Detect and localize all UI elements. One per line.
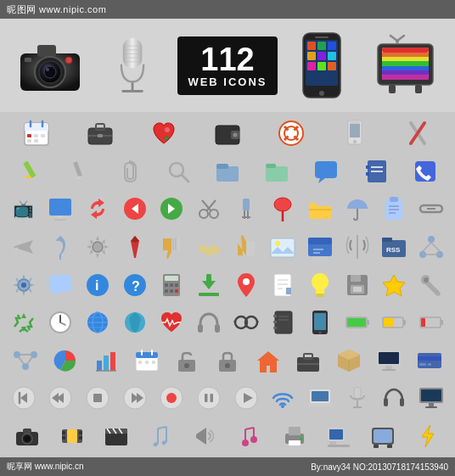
arrow-right-icon[interactable] [155, 193, 188, 225]
refresh-icon[interactable] [81, 193, 114, 225]
desktop-icon[interactable] [373, 344, 405, 377]
star-icon[interactable] [378, 269, 410, 301]
pin-icon[interactable] [267, 193, 299, 225]
globe-icon[interactable] [81, 306, 114, 339]
folder2-icon[interactable] [261, 155, 293, 188]
contact-book-icon[interactable] [360, 155, 392, 188]
thumbsdown-icon[interactable] [155, 231, 188, 263]
rewind-icon[interactable] [44, 382, 76, 414]
music-note-icon[interactable] [144, 420, 177, 452]
umbrella-icon[interactable] [341, 193, 374, 225]
svg-rect-89 [58, 216, 63, 219]
glasses-icon[interactable] [230, 306, 262, 339]
lifebuoy-icon[interactable] [275, 117, 307, 149]
pause-icon[interactable] [193, 382, 225, 414]
wallet-icon[interactable] [211, 117, 244, 149]
speaker-icon[interactable] [189, 420, 222, 452]
lock-open-icon[interactable] [171, 344, 203, 377]
lightning-icon[interactable] [412, 420, 444, 452]
location-pin-icon[interactable] [230, 269, 262, 301]
calculator-icon[interactable] [155, 269, 188, 301]
pie-chart-icon[interactable] [49, 344, 81, 377]
skip-back-icon[interactable] [8, 382, 40, 414]
heart-health-icon[interactable] [155, 306, 188, 339]
monitor2-icon[interactable] [415, 382, 447, 414]
home-icon[interactable] [252, 344, 284, 377]
folder-open-icon[interactable] [304, 193, 336, 225]
calendar2-icon[interactable] [131, 344, 163, 377]
link-icon[interactable] [415, 193, 447, 225]
stop-icon[interactable] [81, 382, 114, 414]
antenna-icon[interactable] [341, 231, 374, 263]
dslr-camera-icon[interactable] [11, 420, 43, 452]
cog-icon[interactable] [8, 269, 40, 301]
tools-icon[interactable] [402, 117, 434, 149]
calendar-icon[interactable] [20, 117, 53, 149]
folders-icon[interactable] [211, 155, 244, 188]
headphones2-icon[interactable] [378, 382, 410, 414]
lock-closed-icon[interactable] [211, 344, 244, 377]
plane-icon[interactable] [8, 231, 40, 263]
download-icon[interactable] [193, 269, 225, 301]
folder-rss-icon[interactable]: RSS [378, 231, 410, 263]
laptop-icon[interactable] [304, 382, 336, 414]
credit-card-icon[interactable] [413, 344, 446, 377]
bulb-icon[interactable] [304, 269, 336, 301]
play-icon[interactable] [230, 382, 262, 414]
pen-tools-icon[interactable] [230, 193, 262, 225]
question-icon[interactable]: ? [119, 269, 151, 301]
wifi-icon[interactable] [267, 382, 299, 414]
bar-chart-icon[interactable] [90, 344, 122, 377]
microphone2-icon[interactable] [341, 382, 374, 414]
svg-rect-300 [374, 429, 392, 443]
clock-icon[interactable] [44, 306, 76, 339]
briefcase2-icon[interactable] [292, 344, 324, 377]
tie-icon[interactable] [119, 231, 151, 263]
pencil-icon[interactable] [14, 155, 46, 188]
music2-icon[interactable] [233, 420, 266, 452]
battery-low-icon[interactable] [415, 306, 447, 339]
phone-blue-icon[interactable] [409, 155, 441, 188]
film-roll-icon[interactable] [56, 420, 88, 452]
feather-icon[interactable] [44, 231, 76, 263]
molecule-icon[interactable] [9, 344, 42, 377]
mobile-icon[interactable] [304, 306, 336, 339]
speech-bubble-icon[interactable] [44, 269, 76, 301]
floppy-icon[interactable] [341, 269, 374, 301]
clipboard2-icon[interactable] [378, 193, 410, 225]
scissors-icon[interactable] [193, 193, 225, 225]
battery-full-icon[interactable] [341, 306, 374, 339]
clapperboard-icon[interactable] [100, 420, 132, 452]
network-icon[interactable] [415, 231, 447, 263]
search-icon[interactable] [162, 155, 194, 188]
package-icon[interactable] [333, 344, 365, 377]
id-card-icon[interactable] [304, 231, 336, 263]
chat-blue-icon[interactable] [310, 155, 342, 188]
paperclip-icon[interactable] [113, 155, 145, 188]
headphones-icon[interactable] [193, 306, 225, 339]
old-tv-icon[interactable]: 📺 [8, 193, 40, 225]
svg-point-120 [275, 241, 280, 246]
printer-icon[interactable] [278, 420, 311, 452]
briefcase-icon[interactable] [84, 117, 116, 149]
arrow-left-icon[interactable] [119, 193, 151, 225]
telephone-icon[interactable] [339, 117, 371, 149]
fastforward-icon[interactable] [119, 382, 151, 414]
recycle-icon[interactable] [8, 306, 40, 339]
battery-half-icon[interactable] [378, 306, 410, 339]
handshake-icon[interactable] [193, 231, 225, 263]
wrench-icon[interactable] [415, 269, 447, 301]
monitor-icon[interactable] [44, 193, 76, 225]
world-icon[interactable] [119, 306, 151, 339]
notebook-icon[interactable] [267, 306, 299, 339]
photos-icon[interactable] [267, 231, 299, 263]
info-icon[interactable]: i [81, 269, 114, 301]
pen-icon[interactable] [63, 155, 95, 188]
thumbsup-icon[interactable] [230, 231, 262, 263]
old-tv2-icon[interactable] [367, 420, 399, 452]
gear-settings-icon[interactable] [81, 231, 114, 263]
computer-icon[interactable] [323, 420, 355, 452]
heart-icon[interactable] [148, 117, 180, 149]
record-icon[interactable] [155, 382, 188, 414]
note-icon[interactable] [267, 269, 299, 301]
